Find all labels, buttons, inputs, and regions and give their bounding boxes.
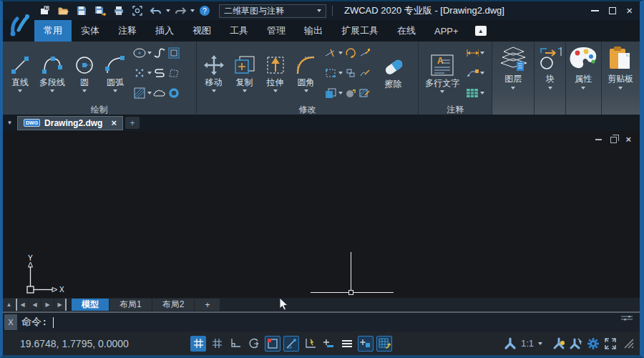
annotation-scale-value[interactable]: 1:1 bbox=[521, 338, 534, 349]
polar-tracking-toggle[interactable] bbox=[246, 336, 262, 352]
doc-tab-list-icon[interactable]: ▼ bbox=[4, 117, 15, 129]
command-close-button[interactable]: X bbox=[4, 314, 17, 330]
edit-length-icon[interactable] bbox=[358, 47, 371, 59]
copy-button[interactable]: 复制 bbox=[230, 54, 260, 93]
line-dropdown-caret[interactable] bbox=[18, 90, 22, 92]
offset-icon[interactable] bbox=[324, 87, 337, 100]
layout-first-icon[interactable]: ◀ bbox=[16, 299, 28, 311]
panel-draw-label[interactable]: 绘制 bbox=[3, 105, 196, 115]
fillet-dropdown-caret[interactable] bbox=[304, 90, 308, 92]
leader-dropdown-caret[interactable] bbox=[480, 72, 484, 74]
layout-last-icon[interactable]: ▶ bbox=[54, 299, 67, 311]
erase-button[interactable]: 擦除 bbox=[379, 55, 409, 91]
document-tab-close-icon[interactable]: × bbox=[111, 117, 117, 128]
layout-tab-layout2[interactable]: 布局2 bbox=[152, 299, 195, 311]
table-icon[interactable] bbox=[466, 87, 479, 100]
layout-prev-icon[interactable]: ◀ bbox=[29, 299, 41, 311]
save-icon[interactable] bbox=[73, 4, 90, 18]
undo-icon[interactable] bbox=[147, 4, 165, 18]
resize-grip-icon[interactable] bbox=[624, 339, 634, 349]
layout-tab-new[interactable]: + bbox=[195, 299, 220, 311]
fullscreen-icon[interactable] bbox=[604, 337, 617, 350]
clipboard-dropdown-caret[interactable] bbox=[618, 87, 623, 90]
dimension-icon[interactable] bbox=[466, 47, 479, 59]
clipboard-button[interactable]: 剪贴板 bbox=[602, 42, 640, 115]
tab-home[interactable]: 常用 bbox=[34, 20, 72, 42]
tab-annotate[interactable]: 注释 bbox=[109, 20, 146, 42]
edit-polyline-icon[interactable] bbox=[358, 67, 371, 79]
circle-dropdown-caret[interactable] bbox=[82, 90, 87, 92]
stretch-button[interactable]: 拉伸 bbox=[261, 54, 290, 93]
ellipse-dropdown-caret[interactable] bbox=[147, 52, 152, 54]
redo-icon[interactable] bbox=[172, 4, 189, 18]
command-customize-icon[interactable] bbox=[620, 314, 634, 321]
object-snap-toggle[interactable] bbox=[265, 336, 280, 352]
annotation-scale-icon[interactable] bbox=[504, 337, 517, 350]
tab-tools[interactable]: 工具 bbox=[220, 20, 258, 42]
dynamic-input-toggle[interactable] bbox=[302, 336, 318, 352]
revision-cloud-icon[interactable] bbox=[153, 87, 166, 100]
dimension-dropdown-caret[interactable] bbox=[480, 52, 484, 54]
close-button[interactable]: × bbox=[626, 7, 633, 14]
object-snap-tracking-toggle[interactable] bbox=[283, 336, 299, 352]
show-lines-toggle[interactable] bbox=[339, 336, 355, 352]
trim-icon[interactable] bbox=[324, 47, 337, 59]
minimize-button[interactable] bbox=[591, 10, 599, 11]
point-dropdown-caret[interactable] bbox=[147, 72, 152, 74]
spline-cv-icon[interactable] bbox=[153, 67, 166, 79]
panel-modify-label[interactable]: 修改 bbox=[197, 105, 419, 115]
drawing-canvas[interactable]: × Y X bbox=[3, 131, 640, 298]
mdi-restore-button[interactable] bbox=[610, 137, 617, 143]
layout-next-icon[interactable]: ▶ bbox=[42, 299, 54, 311]
grid-display-toggle[interactable] bbox=[190, 336, 206, 352]
arc-button[interactable]: 圆弧 bbox=[100, 54, 130, 93]
move-button[interactable]: 移动 bbox=[200, 54, 228, 93]
scale-dropdown-caret[interactable] bbox=[338, 72, 343, 74]
wipeout-icon[interactable] bbox=[167, 67, 180, 79]
circle-button[interactable]: 圆 bbox=[70, 54, 99, 93]
line-button[interactable]: 直线 bbox=[6, 54, 34, 93]
help-icon[interactable]: ? bbox=[196, 4, 213, 18]
undo-dropdown-caret[interactable] bbox=[166, 9, 170, 12]
region-icon[interactable] bbox=[167, 47, 180, 59]
fillet-button[interactable]: 圆角 bbox=[291, 54, 321, 93]
copy-dropdown-caret[interactable] bbox=[243, 90, 247, 92]
document-tab[interactable]: DWG Drawing2.dwg × bbox=[17, 116, 123, 130]
maximize-button[interactable] bbox=[609, 7, 616, 14]
mtext-button[interactable]: A 多行文字 bbox=[421, 53, 463, 94]
tab-output[interactable]: 输出 bbox=[295, 20, 332, 42]
auto-annotation-icon[interactable] bbox=[570, 337, 582, 350]
offset-dropdown-caret[interactable] bbox=[338, 92, 343, 95]
leader-icon[interactable] bbox=[466, 67, 479, 79]
trim-dropdown-caret[interactable] bbox=[338, 52, 343, 54]
hatch-dropdown-caret[interactable] bbox=[147, 92, 152, 95]
new-file-icon[interactable] bbox=[36, 4, 53, 18]
properties-dropdown-caret[interactable] bbox=[581, 87, 585, 90]
annotation-visibility-icon[interactable] bbox=[552, 337, 565, 350]
save-as-icon[interactable] bbox=[92, 4, 109, 18]
move-dropdown-caret[interactable] bbox=[212, 90, 216, 92]
command-line[interactable]: X 命令: bbox=[3, 311, 640, 332]
rotate-icon[interactable] bbox=[344, 47, 357, 59]
tab-online[interactable]: 在线 bbox=[388, 20, 425, 42]
explode-icon[interactable] bbox=[344, 87, 357, 100]
ribbon-collapse-button[interactable]: ▲ bbox=[475, 26, 487, 36]
redo-dropdown-caret[interactable] bbox=[190, 9, 195, 12]
donut-icon[interactable] bbox=[167, 87, 180, 100]
annotation-scale-caret[interactable] bbox=[538, 342, 542, 345]
selection-cycling-toggle[interactable] bbox=[376, 336, 392, 352]
plot-icon[interactable] bbox=[110, 4, 127, 18]
ortho-toggle[interactable] bbox=[228, 336, 243, 352]
workspace-selector[interactable]: 二维草图与注释 bbox=[219, 4, 326, 18]
edit-hatch-icon[interactable] bbox=[358, 87, 371, 100]
new-document-tab-button[interactable]: + bbox=[125, 117, 140, 129]
tab-manage[interactable]: 管理 bbox=[258, 20, 295, 42]
arc-dropdown-caret[interactable] bbox=[113, 90, 117, 92]
block-dropdown-caret[interactable] bbox=[548, 87, 552, 90]
block-button[interactable]: 块 bbox=[535, 42, 565, 115]
open-file-icon[interactable] bbox=[54, 4, 72, 18]
zwcad-logo[interactable] bbox=[6, 9, 33, 37]
tab-app-plus[interactable]: APP+ bbox=[425, 20, 468, 42]
tab-express-tools[interactable]: 扩展工具 bbox=[332, 20, 388, 42]
layout-tab-model[interactable]: 模型 bbox=[72, 299, 109, 311]
